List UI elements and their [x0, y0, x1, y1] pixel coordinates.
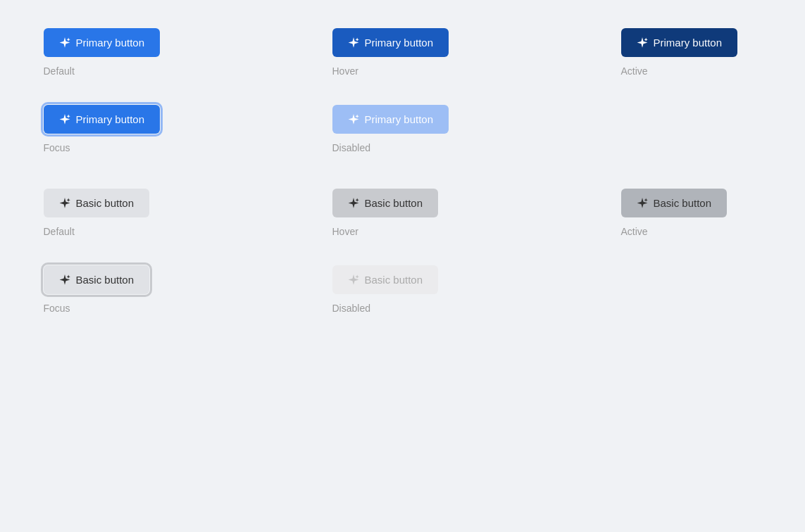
- sparkle-icon: [637, 198, 648, 209]
- primary-section: Primary button Default Primary button Ho…: [44, 28, 762, 153]
- sparkle-icon: [59, 198, 70, 209]
- basic-disabled-button: Basic button: [332, 265, 439, 294]
- primary-default-label: Primary button: [76, 37, 145, 49]
- sparkle-icon: [59, 274, 70, 286]
- basic-hover-item: Basic button Hover: [332, 189, 494, 237]
- primary-button-grid: Primary button Default Primary button Ho…: [44, 28, 762, 153]
- basic-active-label: Basic button: [654, 197, 712, 209]
- basic-active-button[interactable]: Basic button: [621, 189, 728, 217]
- basic-focus-state: Focus: [44, 303, 70, 314]
- primary-hover-item: Primary button Hover: [332, 28, 494, 77]
- primary-hover-button[interactable]: Primary button: [332, 28, 449, 57]
- basic-hover-state: Hover: [332, 226, 358, 237]
- primary-hover-label: Primary button: [365, 37, 434, 49]
- basic-focus-button[interactable]: Basic button: [44, 265, 150, 294]
- primary-default-item: Primary button Default: [44, 28, 206, 77]
- primary-disabled-button: Primary button: [332, 105, 449, 134]
- basic-disabled-state: Disabled: [332, 303, 370, 314]
- basic-disabled-label: Basic button: [365, 274, 423, 286]
- basic-active-state: Active: [621, 226, 648, 237]
- sparkle-icon: [59, 114, 70, 125]
- basic-button-grid: Basic button Default Basic button Hover: [44, 189, 762, 314]
- basic-hover-label: Basic button: [365, 197, 423, 209]
- primary-focus-item: Primary button Focus: [44, 105, 206, 153]
- basic-disabled-item: Basic button Disabled: [332, 265, 494, 314]
- primary-active-item: Primary button Active: [621, 28, 783, 77]
- basic-active-item: Basic button Active: [621, 189, 783, 237]
- primary-focus-state: Focus: [44, 142, 70, 153]
- primary-active-button[interactable]: Primary button: [621, 28, 738, 57]
- primary-default-button[interactable]: Primary button: [44, 28, 161, 57]
- basic-default-label: Basic button: [76, 197, 135, 209]
- sparkle-icon: [348, 198, 359, 209]
- basic-default-button[interactable]: Basic button: [44, 189, 150, 217]
- primary-default-state: Default: [44, 65, 75, 77]
- sparkle-icon: [348, 274, 359, 286]
- basic-section: Basic button Default Basic button Hover: [44, 189, 762, 314]
- basic-hover-button[interactable]: Basic button: [332, 189, 439, 217]
- primary-focus-label: Primary button: [76, 113, 145, 125]
- basic-focus-item: Basic button Focus: [44, 265, 206, 314]
- basic-default-state: Default: [44, 226, 75, 237]
- primary-disabled-state: Disabled: [332, 142, 370, 153]
- main-container: Primary button Default Primary button Ho…: [44, 28, 762, 349]
- sparkle-icon: [59, 37, 70, 49]
- sparkle-icon: [348, 37, 359, 49]
- primary-disabled-label: Primary button: [365, 113, 434, 125]
- primary-focus-button[interactable]: Primary button: [44, 105, 161, 134]
- basic-default-item: Basic button Default: [44, 189, 206, 237]
- primary-disabled-item: Primary button Disabled: [332, 105, 494, 153]
- sparkle-icon: [637, 37, 648, 49]
- primary-active-state: Active: [621, 65, 648, 77]
- primary-hover-state: Hover: [332, 65, 358, 77]
- primary-active-label: Primary button: [654, 37, 723, 49]
- sparkle-icon: [348, 114, 359, 125]
- basic-focus-label: Basic button: [76, 274, 135, 286]
